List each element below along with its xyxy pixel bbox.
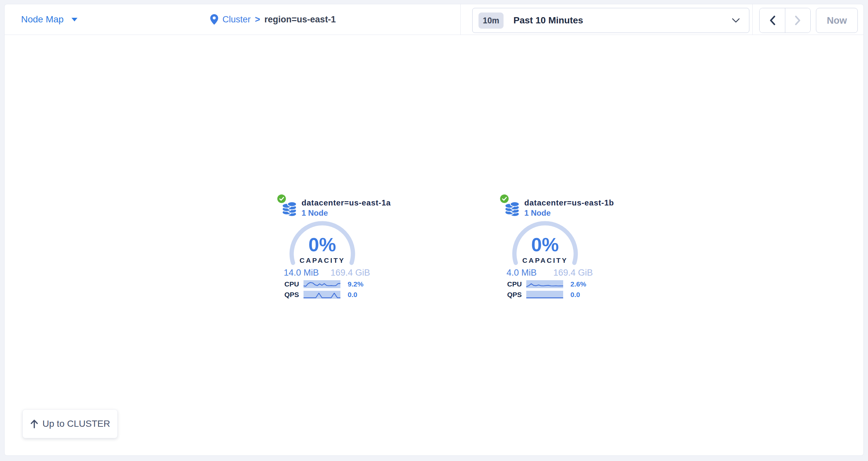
qps-metric-row: QPS 0.0 — [284, 290, 375, 299]
capacity-total: 169.4 GiB — [553, 268, 593, 278]
header-bar: Node Map Cluster > region=us-east-1 10m … — [5, 4, 863, 35]
qps-sparkline — [304, 291, 340, 299]
cpu-metric-row: CPU 2.6% — [507, 280, 598, 289]
view-selector-dropdown[interactable]: Node Map — [21, 4, 78, 35]
capacity-percentage: 0% — [512, 233, 578, 256]
datacenter-group-us-east-1b[interactable]: datacenter=us-east-1b 1 Node 0% CAPACITY… — [499, 192, 598, 304]
time-range-dropdown[interactable]: 10m Past 10 Minutes — [472, 8, 749, 33]
up-to-cluster-label: Up to CLUSTER — [42, 419, 110, 429]
cpu-label: CPU — [507, 280, 526, 288]
datacenter-icon — [505, 200, 520, 217]
breadcrumb: Cluster > region=us-east-1 — [210, 4, 336, 35]
datacenter-group-us-east-1a[interactable]: datacenter=us-east-1a 1 Node 0% CAPACITY… — [277, 192, 375, 304]
qps-value: 0.0 — [570, 291, 580, 299]
header-divider — [752, 4, 753, 35]
cpu-sparkline — [526, 280, 563, 288]
chevron-right-icon — [795, 15, 801, 25]
breadcrumb-current: region=us-east-1 — [264, 14, 336, 25]
datacenter-node-count: 1 Node — [524, 208, 551, 218]
qps-label: QPS — [507, 291, 526, 299]
chevron-left-icon — [769, 15, 776, 25]
capacity-used: 14.0 MiB — [284, 268, 319, 278]
location-pin-icon — [210, 14, 218, 25]
datacenter-title: datacenter=us-east-1b — [524, 198, 614, 207]
arrow-up-icon — [30, 419, 38, 428]
qps-sparkline — [526, 291, 563, 299]
datacenter-title: datacenter=us-east-1a — [302, 198, 391, 207]
header-divider — [460, 4, 461, 35]
time-forward-button[interactable] — [785, 8, 810, 33]
time-nav-group — [759, 8, 811, 33]
now-button[interactable]: Now — [816, 8, 858, 33]
breadcrumb-separator: > — [255, 14, 260, 25]
capacity-label: CAPACITY — [289, 257, 355, 264]
capacity-used: 4.0 MiB — [506, 268, 537, 278]
cpu-value: 9.2% — [348, 280, 364, 288]
cpu-sparkline — [304, 280, 340, 288]
node-map-panel: Node Map Cluster > region=us-east-1 10m … — [4, 4, 864, 456]
qps-value: 0.0 — [348, 291, 357, 299]
time-range-badge: 10m — [478, 12, 503, 29]
breadcrumb-cluster-link[interactable]: Cluster — [222, 14, 251, 25]
capacity-values: 4.0 MiB 169.4 GiB — [506, 268, 593, 278]
cpu-value: 2.6% — [570, 280, 586, 288]
time-back-button[interactable] — [760, 8, 785, 33]
capacity-values: 14.0 MiB 169.4 GiB — [284, 268, 370, 278]
datacenter-icon — [282, 200, 297, 217]
time-range-label: Past 10 Minutes — [514, 15, 583, 26]
qps-metric-row: QPS 0.0 — [507, 290, 598, 299]
cpu-metric-row: CPU 9.2% — [284, 280, 375, 289]
up-to-cluster-button[interactable]: Up to CLUSTER — [23, 409, 118, 438]
cpu-label: CPU — [284, 280, 304, 288]
capacity-total: 169.4 GiB — [331, 268, 370, 278]
view-selector-label: Node Map — [21, 14, 64, 25]
capacity-percentage: 0% — [289, 233, 355, 256]
chevron-down-icon — [732, 18, 740, 23]
capacity-label: CAPACITY — [512, 257, 578, 264]
qps-label: QPS — [284, 291, 304, 299]
caret-down-icon — [71, 18, 78, 22]
datacenter-node-count: 1 Node — [302, 208, 328, 218]
